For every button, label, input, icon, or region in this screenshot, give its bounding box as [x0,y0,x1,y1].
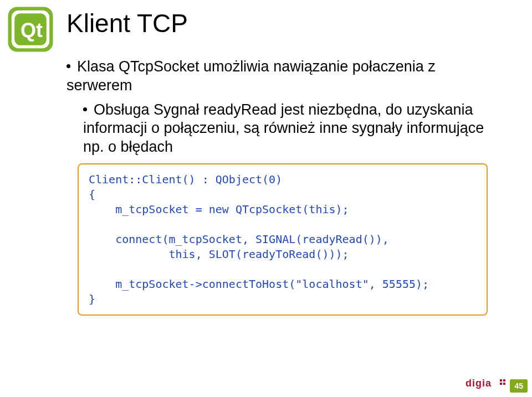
bullet-dot-icon [66,64,70,68]
svg-text:Qt: Qt [21,19,43,42]
bullet-text-2: Obsługa Sygnał readyRead jest niezbędna,… [83,101,484,156]
qt-logo: Qt [6,4,55,54]
bullet-text-1: Klasa QTcpSocket umożliwia nawiązanie po… [66,58,436,94]
bullet-dot-icon [83,107,87,111]
bullet-level1: Klasa QTcpSocket umożliwia nawiązanie po… [66,58,504,95]
svg-rect-5 [503,379,505,381]
bullet-list: Klasa QTcpSocket umożliwia nawiązanie po… [66,58,504,157]
svg-rect-7 [503,383,505,385]
code-snippet: Client::Client() : QObject(0) { m_tcpSoc… [89,172,477,307]
code-box: Client::Client() : QObject(0) { m_tcpSoc… [78,163,488,316]
page-number: 45 [510,379,528,393]
bullet-level2: Obsługa Sygnał readyRead jest niezbędna,… [83,101,504,157]
slide-content: Klient TCP Klasa QTcpSocket umożliwia na… [66,8,504,316]
digia-logo: digia [466,377,507,391]
slide-title: Klient TCP [66,8,504,38]
svg-rect-4 [500,379,502,381]
svg-rect-6 [500,383,502,385]
brand-text: digia [466,378,492,389]
